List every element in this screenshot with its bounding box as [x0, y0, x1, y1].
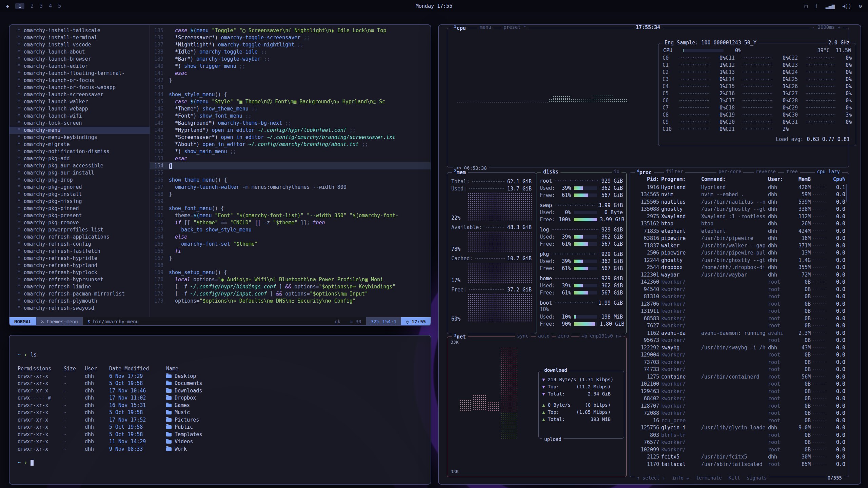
file-list-item[interactable]: *omarchy-pkg-ignored: [9, 184, 150, 191]
workspace-2[interactable]: 2: [31, 3, 34, 9]
code-line[interactable]: 140 *) show_trigger_menu ;;: [150, 63, 431, 70]
process-row[interactable]: 68583kworker/root0B0.0: [633, 315, 845, 323]
kill-hint[interactable]: Kill: [729, 475, 740, 481]
filter-toggle[interactable]: filter: [664, 169, 685, 174]
code-line[interactable]: 149 *Hyprland*) open_in_editor ~/.config…: [150, 127, 431, 134]
code-line[interactable]: 169show_setup_menu() {: [150, 269, 431, 276]
process-row[interactable]: 125756glycin-i/usr/lib/glycin-loadersdhh…: [633, 424, 845, 432]
editor-window[interactable]: *omarchy-install-tailscale*omarchy-insta…: [9, 24, 431, 326]
process-row[interactable]: 1275containe/usr/bin/containerdroot56M0.…: [633, 373, 845, 381]
code-line[interactable]: 163 back_to show_style_menu: [150, 226, 431, 233]
signals-hint[interactable]: signals: [747, 475, 767, 481]
code-line[interactable]: 135 case $(menu "Toggle" "▢ Screensaver\…: [150, 27, 431, 34]
code-line[interactable]: 155: [150, 169, 431, 177]
process-row[interactable]: 102100kworker/root0B0.0: [633, 381, 845, 388]
preset-toggle[interactable]: preset *: [501, 24, 528, 30]
process-row[interactable]: 16rcu_preeroot0B0.0: [633, 417, 845, 425]
code-line[interactable]: 156show_theme_menu() {: [150, 177, 431, 184]
process-row[interactable]: 129004kworker/root0B0.0: [633, 351, 845, 359]
file-list-item[interactable]: *omarchy-refresh-pacman-mirrorlist: [9, 290, 150, 298]
process-row[interactable]: 71837walker/usr/bin/walker --gappldhh371…: [633, 242, 845, 250]
select-hint[interactable]: ↑ select ↓: [637, 475, 665, 481]
process-table-header[interactable]: Pid: Program: Command: User: MemB Cpu%: [633, 176, 845, 183]
process-row[interactable]: 73703kworker/root0B0.0: [633, 359, 845, 366]
sort-selector[interactable]: cpu lazy: [815, 169, 842, 174]
code-line[interactable]: 145 case $(menu "Style" "▣ Theme\nⒶ Font…: [150, 98, 431, 105]
process-row[interactable]: 102099kworker/root0B0.0: [633, 446, 845, 454]
file-list-item[interactable]: *omarchy-refresh-applications: [9, 233, 150, 241]
code-line[interactable]: 157 omarchy-launch-walker -m menus:omarc…: [150, 184, 431, 191]
process-row[interactable]: 125505nautilus/usr/bin/nautilus --newdhh…: [633, 199, 845, 206]
process-row[interactable]: 2506pipewire/usr/bin/pipewire-pulsedhh13…: [633, 249, 845, 257]
file-list-item[interactable]: *omarchy-pkg-pinned: [9, 205, 150, 212]
menu-toggle[interactable]: menu: [478, 24, 493, 30]
code-line[interactable]: 152 *) show_main_menu ;;: [150, 148, 431, 155]
process-row[interactable]: 12244ghostty/usr/bin/ghostty --gtk-dhh1.…: [633, 257, 845, 264]
code-line[interactable]: 167}: [150, 255, 431, 262]
code-line[interactable]: 146 *Theme*) show_theme_menu ;;: [150, 105, 431, 113]
process-row[interactable]: 122301waybar/usr/bin/waybardhh72M0.0: [633, 271, 845, 279]
process-row[interactable]: 71835elephantelephantdhh424M0.0: [633, 228, 845, 235]
process-scrollbar[interactable]: [846, 184, 847, 202]
file-list-item[interactable]: *omarchy-launch-editor: [9, 63, 150, 70]
file-list-item[interactable]: *omarchy-launch-about: [9, 48, 150, 56]
file-list-item[interactable]: *omarchy-menu-keybindings: [9, 134, 150, 141]
pid-column-header[interactable]: Pid:: [633, 176, 659, 183]
process-row[interactable]: 803btrfs-trroot0B0.0: [633, 432, 845, 439]
process-row[interactable]: 81310kworker/root0B0.0: [633, 293, 845, 301]
process-row[interactable]: 135088ghostty/usr/bin/ghostty --gtk-dhh3…: [633, 206, 845, 213]
file-list-item[interactable]: *omarchy-install-terminal: [9, 34, 150, 41]
file-list-item[interactable]: *omarchy-install-tailscale: [9, 27, 150, 34]
file-list-item[interactable]: *omarchy-migrate: [9, 141, 150, 148]
code-line[interactable]: 164 else: [150, 233, 431, 241]
file-list-item[interactable]: *omarchy-refresh-hyprland: [9, 262, 150, 269]
file-list-item[interactable]: *omarchy-pkg-drop: [9, 177, 150, 184]
code-line[interactable]: 171 [ -f ~/.config/hypr/bindings.conf ] …: [150, 283, 431, 290]
file-list-item[interactable]: *omarchy-lock-screen: [9, 120, 150, 127]
file-list-item[interactable]: *omarchy-pkg-remove: [9, 219, 150, 226]
code-line[interactable]: 136 *Screensaver*) omarchy-toggle-screen…: [150, 34, 431, 41]
file-list-item[interactable]: *omarchy-launch-walker: [9, 98, 150, 105]
per-core-toggle[interactable]: per-core: [716, 169, 743, 174]
file-list-item[interactable]: *omarchy-refresh-hypridle: [9, 255, 150, 262]
code-line[interactable]: 138 *Idle*) omarchy-toggle-idle ;;: [150, 48, 431, 56]
file-list-item[interactable]: *omarchy-refresh-hyprsunset: [9, 276, 150, 283]
process-row[interactable]: 135162btopbtopdhh26M0.0: [633, 220, 845, 228]
code-line[interactable]: 172 [ -f ~/.config/hypr/input.conf ] && …: [150, 290, 431, 298]
code-line[interactable]: 141 esac: [150, 70, 431, 77]
file-list-item[interactable]: *omarchy-refresh-config: [9, 241, 150, 248]
process-row[interactable]: 134565nvimnvim --embed .dhh59M0.0: [633, 191, 845, 199]
code-line[interactable]: 173 options="$options\n∗ Defaults\n◍ DNS…: [150, 298, 431, 305]
process-row[interactable]: 129463kworker/root0B0.0: [633, 388, 845, 395]
io-mode-toggle[interactable]: io: [612, 169, 622, 174]
file-list-item[interactable]: *omarchy-launch-floating-terminal-: [9, 70, 150, 77]
code-line[interactable]: 159: [150, 198, 431, 205]
file-list-item[interactable]: *omarchy-launch-browser: [9, 56, 150, 63]
file-list-item[interactable]: *omarchy-pkg-present: [9, 212, 150, 219]
code-pane[interactable]: 135 case $(menu "Toggle" "▢ Screensaver\…: [150, 25, 431, 317]
net-interface-selector[interactable]: ←b enp191s0 n→: [579, 333, 624, 339]
workspace-1[interactable]: 1: [15, 3, 24, 9]
file-list-item[interactable]: *omarchy-refresh-fastfetch: [9, 248, 150, 255]
command-column-header[interactable]: Command:: [701, 176, 766, 183]
program-column-header[interactable]: Program:: [661, 176, 699, 183]
file-list-item[interactable]: *omarchy-notification-dismiss: [9, 148, 150, 155]
btop-window[interactable]: 1cpu menu preset * 17:55:34 - 2000ms + E…: [438, 24, 861, 485]
workspace-3[interactable]: 3: [40, 3, 43, 9]
code-line[interactable]: 160show_font_menu() {: [150, 205, 431, 212]
mem-column-header[interactable]: MemB: [790, 176, 811, 183]
file-list-item[interactable]: *omarchy-refresh-swayosd: [9, 305, 150, 312]
file-list-item[interactable]: *omarchy-launch-or-focus: [9, 77, 150, 84]
code-line[interactable]: 161 theme=$(menu "Font" "$(omarchy-font-…: [150, 212, 431, 219]
bluetooth-icon[interactable]: ᛒ: [815, 3, 818, 9]
file-list-item[interactable]: *omarchy-refresh-plymouth: [9, 298, 150, 305]
process-row[interactable]: 142360kworker/root0B0.0: [633, 279, 845, 286]
code-line[interactable]: 153 esac: [150, 155, 431, 162]
file-list-item[interactable]: *omarchy-pkg-add: [9, 155, 150, 162]
code-line[interactable]: 151 *About*) open_in_editor ~/.config/om…: [150, 141, 431, 148]
file-list-item[interactable]: *omarchy-refresh-limine: [9, 283, 150, 290]
update-interval[interactable]: - 2000ms +: [810, 24, 843, 30]
file-list-item[interactable]: *omarchy-launch-webapp: [9, 105, 150, 113]
process-row[interactable]: 128707kworker/root0B0.0: [633, 403, 845, 410]
process-row[interactable]: 1916HyprlandHyprlanddhh426M0.1: [633, 184, 845, 191]
